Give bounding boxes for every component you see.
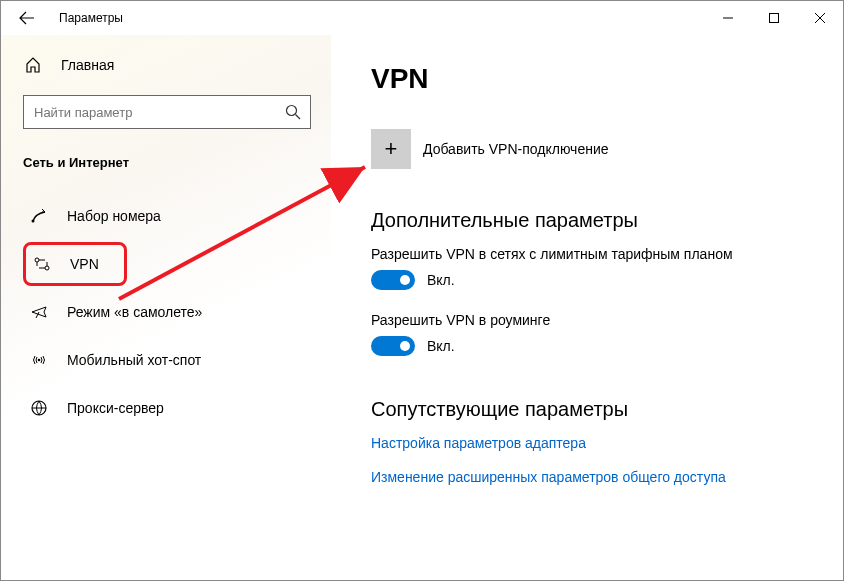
back-icon[interactable] <box>19 10 35 26</box>
airplane-icon <box>29 303 49 321</box>
nav-label: Режим «в самолете» <box>67 304 202 320</box>
advanced-heading: Дополнительные параметры <box>371 209 823 232</box>
setting-metered-label: Разрешить VPN в сетях с лимитным тарифны… <box>371 246 823 262</box>
svg-rect-0 <box>770 14 779 23</box>
window-title: Параметры <box>59 11 123 25</box>
link-adapter-settings[interactable]: Настройка параметров адаптера <box>371 435 823 451</box>
nav-proxy[interactable]: Прокси-сервер <box>23 386 311 430</box>
dialup-icon <box>29 207 49 225</box>
toggle-metered[interactable] <box>371 270 415 290</box>
toggle-state: Вкл. <box>427 338 455 354</box>
sidebar: Главная Сеть и Интернет Набор номера VPN… <box>1 35 331 580</box>
nav-label: Мобильный хот-спот <box>67 352 201 368</box>
link-sharing-settings[interactable]: Изменение расширенных параметров общего … <box>371 469 823 485</box>
section-label: Сеть и Интернет <box>23 155 311 170</box>
nav-label: VPN <box>70 256 99 272</box>
svg-point-1 <box>287 106 297 116</box>
nav-airplane[interactable]: Режим «в самолете» <box>23 290 311 334</box>
toggle-roaming[interactable] <box>371 336 415 356</box>
page-title: VPN <box>371 63 823 95</box>
nav-vpn[interactable]: VPN <box>23 242 127 286</box>
proxy-icon <box>29 399 49 417</box>
plus-icon: + <box>371 129 411 169</box>
content-pane: VPN + Добавить VPN-подключение Дополните… <box>331 35 843 580</box>
maximize-button[interactable] <box>751 1 797 35</box>
toggle-state: Вкл. <box>427 272 455 288</box>
home-nav[interactable]: Главная <box>23 57 311 73</box>
svg-point-3 <box>35 258 39 262</box>
svg-point-4 <box>45 266 49 270</box>
minimize-button[interactable] <box>705 1 751 35</box>
add-vpn-label: Добавить VPN-подключение <box>423 141 609 157</box>
svg-point-2 <box>32 220 35 223</box>
related-heading: Сопутствующие параметры <box>371 398 823 421</box>
nav-label: Набор номера <box>67 208 161 224</box>
nav-hotspot[interactable]: Мобильный хот-спот <box>23 338 311 382</box>
search-box <box>23 95 311 129</box>
hotspot-icon <box>29 351 49 369</box>
nav-label: Прокси-сервер <box>67 400 164 416</box>
home-label: Главная <box>61 57 114 73</box>
search-icon <box>285 104 301 120</box>
search-input[interactable] <box>23 95 311 129</box>
setting-roaming-label: Разрешить VPN в роуминге <box>371 312 823 328</box>
vpn-icon <box>32 255 52 273</box>
titlebar: Параметры <box>1 1 843 35</box>
home-icon <box>23 57 43 73</box>
add-vpn-button[interactable]: + Добавить VPN-подключение <box>371 129 823 169</box>
close-button[interactable] <box>797 1 843 35</box>
nav-dialup[interactable]: Набор номера <box>23 194 311 238</box>
svg-point-5 <box>38 359 41 362</box>
